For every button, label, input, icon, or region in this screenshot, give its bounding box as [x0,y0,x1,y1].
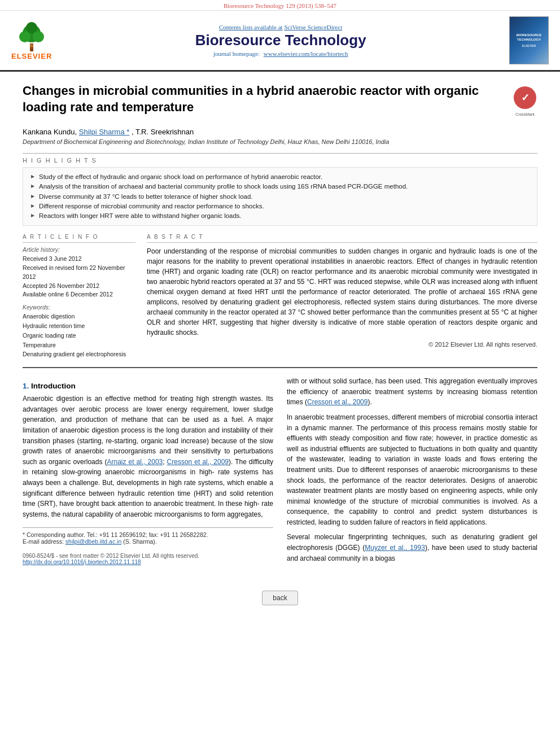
intro-paragraph-1: Anaerobic digestion is an effective meth… [23,394,273,519]
footnote-corresponding: * Corresponding author. Tel.: +91 11 265… [23,531,273,538]
intro-heading: 1. Introduction [23,382,273,390]
issn-line: 0960-8524/$ - see front matter © 2012 El… [23,553,273,559]
journal-header: ELSEVIER Contents lists available at Sci… [0,11,560,72]
homepage-line: journal homepage: www.elsevier.com/locat… [52,50,509,57]
right-paragraph-3: Several molecular fingerprinting techniq… [287,532,537,563]
available-online-date: Available online 6 December 2012 [23,290,135,299]
sciverse-link[interactable]: SciVerse ScienceDirect [284,24,342,30]
svg-point-4 [26,22,37,33]
main-body: 1. Introduction Anaerobic digestion is a… [23,376,537,568]
journal-title: Bioresource Technology [52,32,509,49]
paper-title: Changes in microbial communities in a hy… [23,83,506,115]
highlight-3: Diverse community at 37 °C leads to bett… [31,192,529,202]
left-column: 1. Introduction Anaerobic digestion is a… [23,376,273,568]
elsevier-wordmark: ELSEVIER [11,52,52,60]
ref-arnaiz[interactable]: Arnaiz et al., 2003 [107,458,163,466]
article-info-abstract: A R T I C L E I N F O Article history: R… [23,234,537,359]
affiliation: Department of Biochemical Engineering an… [23,138,537,145]
ref-muyzer[interactable]: Muyzer et al., 1993 [365,544,425,552]
journal-ref-text: Bioresource Technology 129 (2013) 538–54… [224,2,336,9]
right-paragraph-2: In anaerobic treatment processes, differ… [287,412,537,528]
article-history-label: Article history: [23,246,135,253]
highlight-5: Reactors with longer HRT were able to wi… [31,211,529,221]
highlight-2: Analysis of the transition of archaeal a… [31,182,529,191]
nav-area: back [0,579,560,611]
highlight-1: Study of the effect of hydraulic and org… [31,172,529,182]
crossmark-icon: ✓ [513,85,537,110]
authors-line: Kankana Kundu, Shilpi Sharma * , T.R. Sr… [23,128,537,136]
keyword-3: Organic loading rate [23,331,135,340]
keyword-5: Denaturing gradient gel electrophoresis [23,350,135,359]
ref-cresson-2[interactable]: Cresson et al., 2009 [307,398,368,406]
highlights-box: Study of the effect of hydraulic and org… [23,167,537,226]
paper-content: Changes in microbial communities in a hy… [0,72,560,579]
journal-reference: Bioresource Technology 129 (2013) 538–54… [0,0,560,11]
svg-text:✓: ✓ [521,92,530,103]
highlight-4: Different response of microbial communit… [31,202,529,211]
received-date: Received 3 June 2012 [23,255,135,264]
svg-point-2 [19,31,30,42]
elsevier-tree-icon [15,21,49,52]
bottom-links: 0960-8524/$ - see front matter © 2012 El… [23,553,273,565]
abstract-label: A B S T R A C T [147,234,537,240]
highlights-label: H I G H L I G H T S [23,153,537,164]
keyword-2: Hydraulic retention time [23,321,135,331]
article-info-label: A R T I C L E I N F O [23,234,135,240]
right-paragraph-1: with or without solid surface, has been … [287,376,537,408]
footnote-email: E-mail address: shilpi@dbeb.iitd.ac.in (… [23,538,273,545]
copyright-notice: © 2012 Elsevier Ltd. All rights reserved… [147,341,537,348]
homepage-url[interactable]: www.elsevier.com/locate/biortech [264,50,348,57]
back-button[interactable]: back [262,591,298,605]
doi-link[interactable]: http://dx.doi.org/10.1016/j.biortech.201… [23,559,273,565]
abstract-panel: A B S T R A C T Poor understanding of th… [147,234,537,359]
journal-header-center: Contents lists available at SciVerse Sci… [52,24,509,57]
keywords-label: Keywords: [23,304,135,311]
right-column: with or without solid surface, has been … [287,376,537,568]
divider [23,367,537,368]
email-link[interactable]: shilpi@dbeb.iitd.ac.in [65,538,121,545]
keyword-4: Temperature [23,340,135,350]
footnotes: * Corresponding author. Tel.: +91 11 265… [23,527,273,545]
ref-cresson-2009[interactable]: Cresson et al., 2009 [167,458,229,466]
svg-point-3 [33,31,44,42]
svg-point-5 [30,44,33,47]
sciverse-text: Contents lists available at SciVerse Sci… [52,24,509,30]
elsevier-logo: ELSEVIER [11,21,52,60]
keyword-1: Anaerobic digestion [23,312,135,321]
article-info-panel: A R T I C L E I N F O Article history: R… [23,234,135,359]
abstract-text: Poor understanding of the response of mi… [147,246,537,338]
accepted-date: Accepted 26 November 2012 [23,282,135,291]
received-revised-date: Received in revised form 22 November 201… [23,264,135,282]
corresponding-author[interactable]: Shilpi Sharma * [79,128,130,136]
crossmark-badge: ✓ CrossMark [513,85,537,116]
journal-cover-image: BIORESOURCE TECHNOLOGY ELSEVIER [509,16,549,64]
